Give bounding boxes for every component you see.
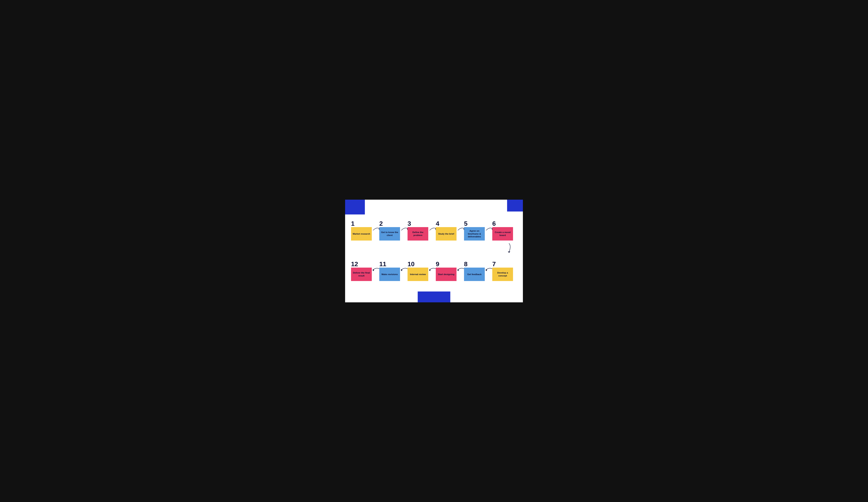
step-box-3: Define the problem bbox=[407, 227, 428, 241]
step-number-7: 7 bbox=[492, 261, 516, 267]
step-number-5: 5 bbox=[464, 220, 488, 227]
arrow-left-3 bbox=[457, 267, 465, 273]
step-number-11: 11 bbox=[379, 261, 403, 267]
step-label-4: Study the brief bbox=[438, 232, 454, 236]
step-label-1: Market research bbox=[353, 232, 370, 236]
step-number-2: 2 bbox=[379, 220, 403, 227]
step-label-5: Agree on timeframe & deliverables bbox=[466, 229, 483, 238]
step-number-1: 1 bbox=[351, 220, 375, 227]
step-2: 2 Get to know the client bbox=[379, 220, 403, 241]
step-6: 6 Create a mood board bbox=[492, 220, 516, 241]
step-label-7: Develop a concept bbox=[494, 271, 512, 277]
step-10: 10 Internal review bbox=[407, 261, 431, 281]
step-label-10: Internal review bbox=[410, 273, 426, 276]
arrow-left-4 bbox=[485, 267, 493, 273]
step-label-2: Get to know the client bbox=[381, 231, 399, 237]
step-box-1: Market research bbox=[351, 227, 372, 241]
step-7: 7 Develop a concept bbox=[492, 261, 516, 281]
step-box-2: Get to know the client bbox=[379, 227, 400, 241]
arrow-left-2 bbox=[429, 267, 436, 273]
arrow-left-1 bbox=[401, 267, 408, 273]
step-9: 9 Start designing bbox=[436, 261, 459, 281]
step-label-9: Start designing bbox=[438, 273, 455, 276]
step-box-9: Start designing bbox=[436, 268, 456, 281]
arrow-left-0 bbox=[372, 267, 380, 273]
step-1: 1 Market research bbox=[351, 220, 375, 241]
step-11: 11 Make revisions bbox=[379, 261, 403, 281]
step-number-10: 10 bbox=[407, 261, 431, 267]
corner-top-left bbox=[345, 200, 365, 215]
down-arrow-right bbox=[506, 243, 512, 254]
step-label-3: Define the problem bbox=[409, 231, 427, 237]
step-number-9: 9 bbox=[436, 261, 459, 267]
step-number-3: 3 bbox=[407, 220, 431, 227]
step-8: 8 Get feedback bbox=[464, 261, 488, 281]
step-12: 12 Deliver the final result bbox=[351, 261, 375, 281]
step-label-11: Make revisions bbox=[381, 273, 397, 276]
corner-bottom-center bbox=[418, 292, 451, 302]
svg-marker-0 bbox=[508, 252, 510, 253]
corner-top-right bbox=[507, 200, 523, 211]
step-box-10: Internal review bbox=[407, 268, 428, 281]
step-box-6: Create a mood board bbox=[492, 227, 513, 241]
step-label-8: Get feedback bbox=[467, 273, 482, 276]
step-5: 5 Agree on timeframe & deliverables bbox=[464, 220, 488, 241]
step-number-4: 4 bbox=[436, 220, 459, 227]
step-box-11: Make revisions bbox=[379, 268, 400, 281]
step-number-6: 6 bbox=[492, 220, 516, 227]
step-box-4: Study the brief bbox=[436, 227, 456, 241]
step-box-5: Agree on timeframe & deliverables bbox=[464, 227, 485, 241]
step-label-12: Deliver the final result bbox=[353, 271, 370, 277]
step-4: 4 Study the brief bbox=[436, 220, 459, 241]
step-label-6: Create a mood board bbox=[494, 231, 512, 237]
slide: 1 Market research 2 Get to know the clie… bbox=[345, 200, 523, 302]
step-number-8: 8 bbox=[464, 261, 488, 267]
step-box-8: Get feedback bbox=[464, 268, 485, 281]
step-box-7: Develop a concept bbox=[492, 268, 513, 281]
step-box-12: Deliver the final result bbox=[351, 268, 372, 281]
step-number-12: 12 bbox=[351, 261, 375, 267]
step-3: 3 Define the problem bbox=[407, 220, 431, 241]
